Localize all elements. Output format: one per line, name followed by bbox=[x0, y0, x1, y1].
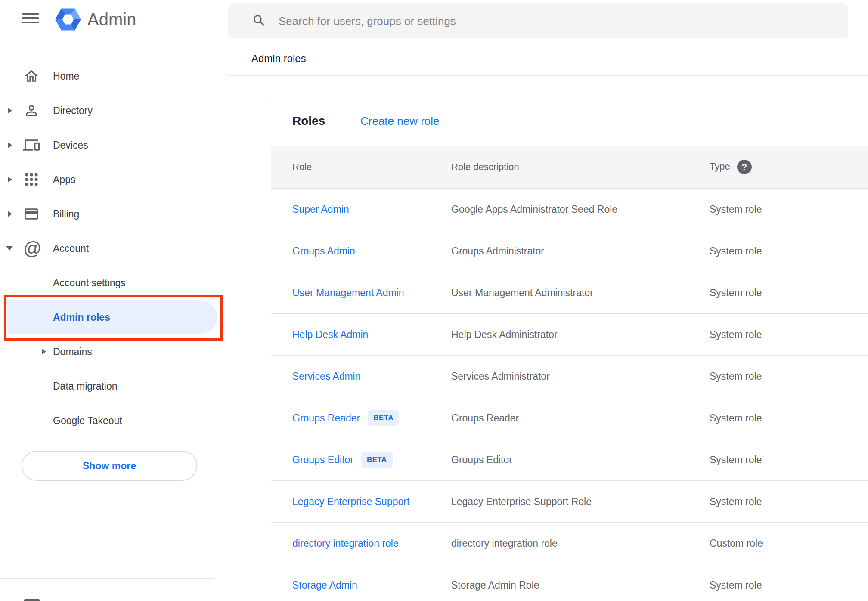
table-row: Super Admin Google Apps Administrator Se… bbox=[271, 189, 868, 230]
role-type: System role bbox=[710, 579, 762, 591]
sidebar-item-label: Google Takeout bbox=[53, 415, 122, 427]
person-icon bbox=[23, 102, 40, 119]
show-more-button[interactable]: Show more bbox=[22, 451, 197, 481]
sidebar-item-label: Apps bbox=[53, 174, 75, 186]
active-item-highlight bbox=[7, 300, 217, 334]
hamburger-menu-icon[interactable] bbox=[22, 13, 39, 23]
role-link[interactable]: Groups Admin bbox=[292, 245, 355, 257]
sidebar-item-label: Devices bbox=[53, 139, 88, 151]
app-title: Admin bbox=[87, 7, 136, 32]
expand-arrow-icon[interactable] bbox=[8, 211, 12, 217]
sidebar-nav: Home Directory Devices Apps Billing @ Ac… bbox=[0, 59, 214, 438]
home-icon bbox=[23, 68, 40, 84]
role-type: System role bbox=[710, 454, 762, 466]
search-bar[interactable] bbox=[228, 3, 848, 38]
sidebar-bottom-divider bbox=[0, 578, 214, 579]
expand-arrow-icon[interactable] bbox=[6, 246, 13, 251]
table-row: Groups Editor BETA Groups Editor System … bbox=[271, 439, 868, 481]
role-description: Legacy Enterprise Support Role bbox=[451, 496, 592, 508]
sidebar-item-admin-roles[interactable]: Admin roles bbox=[0, 300, 214, 335]
role-type: Custom role bbox=[710, 538, 763, 549]
sidebar-item-home[interactable]: Home bbox=[0, 59, 214, 93]
sidebar-item-label: Home bbox=[53, 71, 79, 82]
role-link[interactable]: Groups Editor bbox=[292, 454, 353, 466]
role-link[interactable]: Services Admin bbox=[292, 371, 361, 382]
search-icon bbox=[252, 13, 267, 28]
role-description: directory integration role bbox=[451, 538, 558, 549]
sidebar-item-account[interactable]: @ Account bbox=[0, 231, 214, 266]
sidebar-item-label: Account bbox=[53, 243, 89, 254]
sidebar-item-apps[interactable]: Apps bbox=[0, 162, 214, 197]
column-header-type: Type? bbox=[710, 160, 752, 174]
admin-logo-icon[interactable] bbox=[55, 7, 81, 32]
table-row: Legacy Enterprise Support Legacy Enterpr… bbox=[271, 481, 868, 523]
table-row: Groups Reader BETA Groups Reader System … bbox=[271, 397, 868, 439]
role-description: Google Apps Administrator Seed Role bbox=[451, 204, 617, 215]
sidebar-brand: Admin bbox=[0, 0, 214, 39]
at-icon: @ bbox=[23, 240, 40, 257]
role-description: Help Desk Administrator bbox=[451, 329, 558, 341]
expand-arrow-icon[interactable] bbox=[8, 108, 12, 114]
sidebar-item-label: Account settings bbox=[53, 277, 126, 289]
sidebar-item-label: Data migration bbox=[53, 381, 118, 392]
sidebar-item-label: Domains bbox=[53, 346, 92, 358]
table-header-row: Role Role description Type? bbox=[271, 146, 868, 189]
expand-arrow-icon[interactable] bbox=[42, 349, 46, 355]
table-row: Help Desk Admin Help Desk Administrator … bbox=[271, 314, 868, 356]
sidebar-item-label: Directory bbox=[53, 105, 93, 117]
role-type: System role bbox=[710, 496, 762, 508]
expand-arrow-icon[interactable] bbox=[8, 177, 12, 183]
role-type: System role bbox=[710, 245, 762, 257]
role-description: Groups Administrator bbox=[451, 245, 544, 257]
role-link[interactable]: Legacy Enterprise Support bbox=[292, 496, 409, 508]
page-title: Roles bbox=[292, 114, 325, 128]
sidebar-item-data-migration[interactable]: Data migration bbox=[0, 369, 214, 403]
role-type: System role bbox=[710, 287, 762, 299]
search-input[interactable] bbox=[278, 3, 831, 39]
expand-arrow-icon[interactable] bbox=[8, 142, 12, 148]
beta-badge: BETA bbox=[368, 410, 399, 426]
role-description: Services Administrator bbox=[451, 371, 550, 382]
role-description: Storage Admin Role bbox=[451, 579, 539, 591]
sidebar-item-account-settings[interactable]: Account settings bbox=[0, 266, 214, 300]
sidebar-item-domains[interactable]: Domains bbox=[0, 335, 214, 369]
table-row: Services Admin Services Administrator Sy… bbox=[271, 356, 868, 397]
roles-card-header: Roles Create new role bbox=[271, 96, 868, 146]
table-row: User Management Admin User Management Ad… bbox=[271, 272, 868, 314]
role-description: Groups Reader bbox=[451, 412, 519, 424]
column-header-description: Role description bbox=[451, 161, 519, 173]
role-type: System role bbox=[710, 412, 762, 424]
sidebar-item-directory[interactable]: Directory bbox=[0, 93, 214, 128]
role-link[interactable]: Storage Admin bbox=[292, 579, 357, 591]
role-description: User Management Administrator bbox=[451, 287, 593, 299]
role-type: System role bbox=[710, 371, 762, 382]
apps-grid-icon bbox=[23, 171, 40, 188]
sidebar-item-label: Admin roles bbox=[53, 312, 110, 323]
header-divider bbox=[228, 75, 868, 76]
role-link[interactable]: Groups Reader bbox=[292, 412, 360, 424]
sidebar-item-devices[interactable]: Devices bbox=[0, 128, 214, 162]
role-link[interactable]: User Management Admin bbox=[292, 287, 404, 299]
table-row: Storage Admin Storage Admin Role System … bbox=[271, 564, 868, 601]
role-type: System role bbox=[710, 329, 762, 341]
billing-card-icon bbox=[23, 206, 40, 222]
role-type: System role bbox=[710, 204, 762, 215]
role-description: Groups Editor bbox=[451, 454, 512, 466]
sidebar-item-label: Billing bbox=[53, 208, 79, 220]
devices-icon bbox=[23, 137, 40, 153]
sidebar-item-billing[interactable]: Billing bbox=[0, 197, 214, 231]
role-link[interactable]: Help Desk Admin bbox=[292, 329, 368, 341]
breadcrumb: Admin roles bbox=[251, 53, 306, 65]
column-header-role: Role bbox=[292, 161, 312, 173]
beta-badge: BETA bbox=[361, 452, 393, 468]
role-link[interactable]: Super Admin bbox=[292, 204, 349, 215]
create-new-role-link[interactable]: Create new role bbox=[360, 115, 440, 128]
table-row: Groups Admin Groups Administrator System… bbox=[271, 230, 868, 272]
clipped-bottom-icon bbox=[24, 599, 40, 601]
roles-card: Roles Create new role Role Role descript… bbox=[271, 96, 868, 601]
table-row: directory integration role directory int… bbox=[271, 523, 868, 564]
table-body: Super Admin Google Apps Administrator Se… bbox=[271, 189, 868, 601]
role-link[interactable]: directory integration role bbox=[292, 538, 399, 549]
help-icon[interactable]: ? bbox=[737, 160, 752, 174]
sidebar-item-google-takeout[interactable]: Google Takeout bbox=[0, 403, 214, 438]
